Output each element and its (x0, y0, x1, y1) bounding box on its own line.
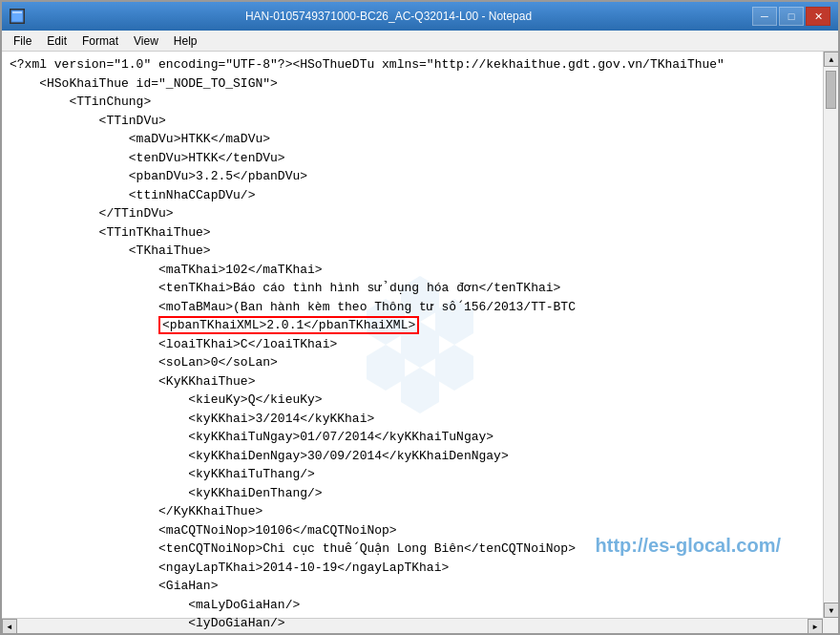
minimize-button[interactable]: ─ (752, 7, 777, 26)
svg-rect-1 (12, 11, 22, 13)
menu-bar: File Edit Format View Help (2, 31, 838, 52)
maximize-button[interactable]: □ (779, 7, 804, 26)
close-button[interactable]: ✕ (806, 7, 830, 26)
app-icon (10, 9, 25, 24)
menu-view[interactable]: View (126, 32, 166, 50)
menu-format[interactable]: Format (74, 32, 126, 50)
window-controls: ─ □ ✕ (752, 7, 830, 26)
text-editor[interactable]: <?xml version="1.0" encoding="UTF-8"?><H… (2, 52, 838, 633)
window-title: HAN-0105749371000-BC26_AC-Q32014-L00 - N… (25, 10, 752, 23)
menu-help[interactable]: Help (166, 32, 205, 50)
main-window: HAN-0105749371000-BC26_AC-Q32014-L00 - N… (0, 0, 840, 635)
content-area: http://es-glocal.com/ <?xml version="1.0… (2, 52, 838, 633)
menu-edit[interactable]: Edit (39, 32, 74, 50)
highlighted-element: <pbanTKhaiXML>2.0.1</pbanTKhaiXML> (158, 316, 419, 334)
menu-file[interactable]: File (6, 32, 39, 50)
title-bar: HAN-0105749371000-BC26_AC-Q32014-L00 - N… (2, 2, 838, 31)
